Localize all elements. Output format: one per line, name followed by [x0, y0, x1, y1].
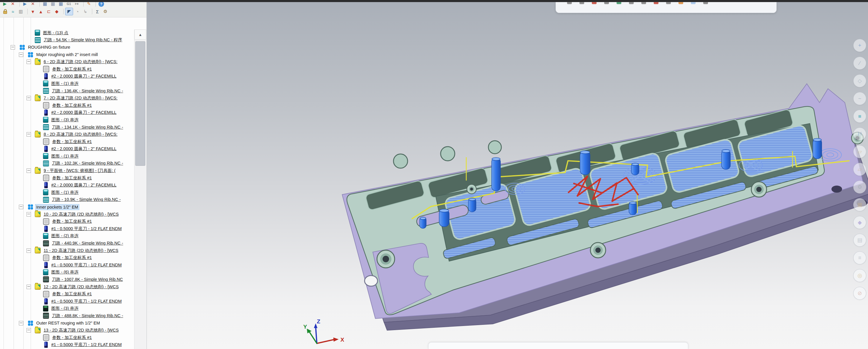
lock-button[interactable] — [1, 8, 8, 15]
tree-item[interactable]: 10 - 2D 高速刀路 (2D 动态铣削) - [WCS — [0, 211, 147, 218]
tree-expander-icon[interactable] — [27, 285, 31, 289]
tree-item[interactable]: 图形 - (6) 串连 — [0, 269, 147, 276]
tree-item[interactable]: Major roughing with 2" insert mill — [0, 51, 147, 58]
tree-item[interactable]: 刀路 - 488.8K - Simple Wing Rib.NC - — [0, 312, 147, 320]
tree-item[interactable]: 参数 - 加工坐标系 #1 — [0, 138, 147, 145]
tree-item[interactable]: #1 - 0.5000 平底刀 - 1/2 FLAT ENDM — [0, 261, 147, 269]
tree-expander-icon[interactable] — [19, 321, 23, 325]
tree-item[interactable]: 图形 - (3) 串连 — [0, 116, 147, 124]
tree-item[interactable]: 图形 - (1) 串连 — [0, 189, 147, 196]
tree-item[interactable]: #2 - 2.0000 圆鼻刀 - 2" FACEMILL — [0, 181, 147, 189]
move-up-button[interactable]: ▲ — [37, 8, 44, 15]
floating-toolbar-icon[interactable] — [592, 2, 596, 4]
tree-item[interactable]: 刀路 - 440.9K - Simple Wing Rib.NC - — [0, 239, 147, 247]
floating-toolbar-icon[interactable] — [691, 2, 695, 4]
tree-item[interactable]: 刀路 - 54.5K - Simple Wing Rib.NC - 程序 — [0, 36, 147, 44]
tree-expander-icon[interactable] — [27, 212, 31, 216]
floating-toolbar-icon[interactable] — [703, 2, 708, 4]
separator[interactable] — [62, 8, 64, 14]
add-button[interactable]: + — [853, 39, 866, 52]
separator[interactable] — [91, 8, 92, 14]
tree-item[interactable]: #2 - 2.0000 圆鼻刀 - 2" FACEMILL — [0, 145, 147, 153]
tree-expander-icon[interactable] — [27, 96, 31, 100]
gear-button[interactable]: ⚙ — [853, 180, 866, 194]
tree-item[interactable]: 参数 - 加工坐标系 #1 — [0, 102, 147, 109]
tree-item[interactable]: 图形 - (3) 串连 — [0, 305, 147, 313]
tree-scrollbar[interactable]: ▲ — [134, 29, 146, 349]
plane-tool-button-2[interactable]: ▱ — [853, 163, 866, 176]
assembly-button[interactable]: ◆ — [853, 216, 866, 229]
tree-item[interactable]: #1 - 0.5000 平底刀 - 1/2 FLAT ENDM — [0, 225, 147, 232]
scroll-up-icon[interactable]: ▲ — [134, 29, 146, 39]
tree-item[interactable]: #2 - 2.0000 圆鼻刀 - 2" FACEMILL — [0, 109, 147, 117]
tree-item[interactable]: 图形 - (1) 串连 — [0, 152, 147, 160]
line-tool-button[interactable]: ∕ — [853, 57, 866, 69]
tree-item[interactable]: 13 - 2D 高速刀路 (2D 动态铣削) - [WCS — [0, 327, 147, 334]
tree-item[interactable]: #1 - 0.5000 平底刀 - 1/2 FLAT ENDM — [0, 341, 147, 349]
tree-item[interactable]: 刀路 - 136.4K - Simple Wing Rib.NC - — [0, 87, 147, 95]
sheet-button[interactable]: ▤ — [853, 234, 866, 246]
list-button[interactable]: ≡ — [853, 251, 866, 264]
tree-item[interactable]: 图形 - (2) 串连 — [0, 232, 147, 240]
move-insert-button[interactable]: ⊏ — [45, 8, 53, 15]
tree-item[interactable]: 8 - 2D 高速刀路 (2D 动态铣削) - [WCS: — [0, 131, 147, 138]
tree-expander-icon[interactable] — [27, 60, 31, 64]
tree-expander-icon[interactable] — [27, 249, 31, 253]
tree-expander-icon[interactable] — [27, 132, 31, 137]
scrollbar-thumb[interactable] — [135, 41, 145, 166]
spline-tool-button[interactable]: ~ — [853, 92, 866, 105]
tree-item[interactable]: 刀路 - 102.3K - Simple Wing Rib.NC - — [0, 160, 147, 167]
tree-expander-icon[interactable] — [10, 45, 15, 50]
floating-toolbar-icon[interactable] — [617, 2, 621, 4]
tree-item[interactable]: Outer REST rouging with 1/2" EM — [0, 320, 147, 327]
tree-item[interactable]: 参数 - 加工坐标系 #1 — [0, 174, 147, 182]
block-button[interactable]: ▦ — [853, 198, 866, 211]
floating-toolbar-icon[interactable] — [567, 2, 572, 4]
separator[interactable] — [26, 8, 28, 14]
tree-expander-icon[interactable] — [19, 53, 23, 57]
floating-toolbar-icon[interactable] — [666, 2, 671, 4]
tree-item[interactable]: 图形 - (13) 点 — [0, 29, 147, 36]
tree-item[interactable]: 刀路 - 10.9K - Simple Wing Rib.NC - — [0, 196, 147, 204]
tree-item[interactable]: 刀路 - 1007.8K - Simple Wing Rib.NC — [0, 276, 147, 283]
shape-tool-button[interactable]: ◇ — [853, 74, 866, 87]
move-down-button[interactable]: ▼ — [29, 8, 36, 15]
tree-item[interactable]: 参数 - 加工坐标系 #1 — [0, 254, 147, 261]
options-button[interactable]: ⚙ — [102, 8, 109, 15]
tree-expander-icon[interactable] — [27, 169, 31, 173]
zoom-button[interactable]: ◎ — [853, 269, 866, 282]
tree-item[interactable]: 参数 - 加工坐标系 #1 — [0, 65, 147, 73]
tree-item[interactable]: #1 - 0.5000 平底刀 - 1/2 FLAT ENDM — [0, 298, 147, 305]
tree-item[interactable]: 图形 - (1) 串连 — [0, 80, 147, 87]
tree-item[interactable]: 参数 - 加工坐标系 #1 — [0, 290, 147, 298]
floating-toolbar-icon[interactable] — [629, 2, 634, 4]
tree-item[interactable]: 12 - 2D 高速刀路 (2D 动态铣削) - [WCS — [0, 283, 147, 291]
tree-item[interactable]: #2 - 2.0000 圆鼻刀 - 2" FACEMILL — [0, 73, 147, 80]
tree-item[interactable]: ROUGHING on fixture — [0, 43, 147, 51]
tree-item[interactable]: Inner pockets 1/2" EM — [0, 203, 147, 211]
3d-viewport[interactable]: X Z Y + ∕ ◇ ~ ■ — [147, 0, 868, 349]
tree-item[interactable]: 参数 - 加工坐标系 #1 — [0, 334, 147, 341]
route-button[interactable]: ↳ — [82, 8, 89, 15]
tree-item[interactable]: 7 - 2D 高速刀路 (2D 动态铣削) - [WCS: — [0, 94, 147, 102]
bottom-overlay-bar[interactable] — [428, 342, 688, 349]
dimension-tool-button[interactable]: H — [853, 127, 866, 140]
floating-toolbar-icon[interactable] — [679, 2, 683, 4]
tool-display-button[interactable]: ▥ — [17, 8, 25, 15]
tree-item[interactable]: 刀路 - 134.1K - Simple Wing Rib.NC - — [0, 124, 147, 131]
scroll-sync-button[interactable]: ◆ — [53, 8, 60, 15]
tree-expander-icon[interactable] — [27, 328, 31, 332]
tree-expander-icon[interactable] — [19, 205, 23, 209]
tree-item[interactable]: 9 - 平面铣 - [WCS: 俯视图] - [刀具面: ( — [0, 167, 147, 174]
floating-toolbar-icon[interactable] — [604, 2, 609, 4]
toolpath-display-button[interactable]: ≈ — [9, 8, 17, 15]
floating-toolbar-icon[interactable] — [580, 2, 584, 4]
plane-tool-button[interactable]: ▱ — [853, 145, 866, 158]
tree-item[interactable]: 11 - 2D 高速刀路 (2D 动态铣削) - [WCS — [0, 247, 147, 254]
floating-toolbar-icon[interactable] — [641, 2, 646, 4]
cube-tool-button[interactable]: ■ — [853, 110, 866, 123]
recent-operations-button[interactable]: ◔ — [74, 8, 81, 15]
disable-button[interactable]: ⊘ — [853, 287, 866, 300]
tree-item[interactable]: 参数 - 加工坐标系 #1 — [0, 218, 147, 225]
summary-button[interactable]: Σ — [94, 8, 101, 15]
